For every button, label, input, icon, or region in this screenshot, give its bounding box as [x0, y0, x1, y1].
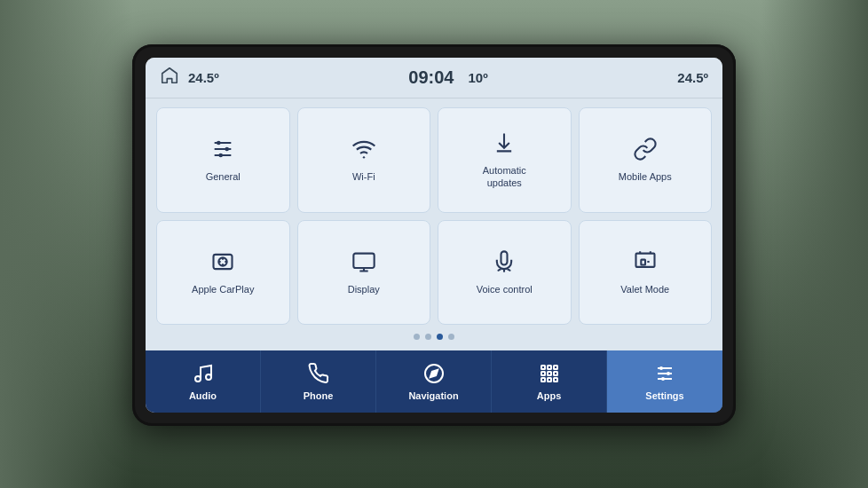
svg-point-5 [219, 153, 224, 158]
download-icon [492, 130, 517, 159]
monitor-icon [351, 249, 376, 278]
car-dashboard: 24.5º 09:04 10º 24.5º [0, 0, 868, 488]
tile-voice-label: Voice control [477, 283, 533, 295]
screen-bezel: 24.5º 09:04 10º 24.5º [132, 44, 736, 426]
svg-point-31 [661, 377, 665, 381]
status-left: 24.5º [160, 66, 219, 90]
tile-general-label: General [206, 170, 241, 183]
nav-audio-label: Audio [189, 390, 217, 401]
tile-wifi-label: Wi-Fi [352, 170, 375, 183]
dashboard-right-panel [761, 0, 868, 488]
wifi-icon [351, 137, 376, 165]
svg-rect-7 [214, 254, 233, 268]
main-content: General Wi-Fi [146, 98, 722, 350]
mic-icon [492, 249, 517, 278]
tile-display-label: Display [348, 283, 380, 295]
svg-point-6 [363, 156, 365, 158]
svg-marker-16 [430, 369, 437, 376]
nav-settings-label: Settings [645, 390, 683, 401]
svg-rect-24 [548, 378, 551, 382]
time-display: 09:04 [408, 67, 454, 88]
svg-rect-9 [353, 253, 374, 267]
nav-apps-label: Apps [537, 390, 562, 401]
svg-point-4 [225, 147, 230, 152]
nav-bar: Audio Phone [146, 350, 722, 413]
nav-apps[interactable]: Apps [492, 350, 607, 413]
tile-auto-updates[interactable]: Automaticupdates [438, 107, 572, 213]
outdoor-temp: 10º [468, 70, 487, 85]
dot-1[interactable] [414, 334, 420, 340]
svg-rect-19 [554, 366, 557, 369]
svg-rect-20 [541, 372, 545, 375]
carplay-icon [210, 249, 235, 278]
tile-carplay-label: Apple CarPlay [192, 283, 254, 295]
infotainment-screen: 24.5º 09:04 10º 24.5º [146, 58, 722, 413]
dashboard-left-panel [0, 0, 133, 488]
tile-wifi[interactable]: Wi-Fi [297, 107, 431, 213]
svg-point-30 [667, 372, 670, 375]
nav-audio[interactable]: Audio [146, 350, 261, 413]
tile-voice-control[interactable]: Voice control [438, 220, 572, 326]
tile-valet-label: Valet Mode [620, 283, 669, 295]
dot-3-active[interactable] [437, 334, 443, 340]
dot-2[interactable] [425, 334, 431, 340]
svg-rect-12 [641, 259, 645, 264]
grid-row-2: Apple CarPlay Display [156, 220, 712, 326]
nav-settings[interactable]: Settings [607, 350, 722, 413]
tile-auto-updates-label: Automaticupdates [483, 164, 526, 190]
svg-rect-18 [548, 366, 551, 369]
music-icon [193, 363, 214, 387]
status-center: 09:04 10º [408, 67, 487, 88]
settings-icon [654, 363, 675, 387]
nav-phone[interactable]: Phone [261, 350, 376, 413]
temp-left: 24.5º [188, 70, 219, 85]
svg-rect-21 [548, 372, 551, 375]
sliders-icon [210, 137, 235, 165]
svg-rect-22 [554, 372, 557, 375]
status-bar: 24.5º 09:04 10º 24.5º [146, 58, 722, 98]
phone-icon [308, 363, 329, 387]
pagination-dots [156, 332, 712, 343]
dot-4[interactable] [448, 334, 454, 340]
tile-valet-mode[interactable]: Valet Mode [579, 220, 713, 326]
valet-icon [633, 249, 658, 278]
svg-rect-25 [554, 378, 557, 382]
svg-point-14 [206, 374, 211, 380]
temp-right: 24.5º [677, 70, 708, 85]
svg-point-29 [659, 366, 663, 370]
svg-rect-23 [541, 378, 545, 382]
tile-mobile-apps[interactable]: Mobile Apps [579, 107, 713, 213]
link-icon [633, 137, 658, 165]
tile-display[interactable]: Display [297, 220, 431, 326]
nav-navigation-label: Navigation [408, 390, 458, 401]
apps-icon [539, 363, 560, 387]
home-icon[interactable] [160, 66, 179, 90]
tile-apple-carplay[interactable]: Apple CarPlay [156, 220, 290, 326]
navigation-icon [423, 363, 445, 387]
nav-phone-label: Phone [304, 390, 334, 401]
tile-general[interactable]: General [156, 107, 290, 213]
tile-mobile-apps-label: Mobile Apps [619, 170, 672, 183]
nav-navigation[interactable]: Navigation [376, 350, 492, 413]
svg-point-3 [217, 141, 221, 146]
svg-point-13 [195, 376, 201, 382]
svg-rect-17 [541, 366, 545, 369]
grid-row-1: General Wi-Fi [156, 107, 712, 213]
